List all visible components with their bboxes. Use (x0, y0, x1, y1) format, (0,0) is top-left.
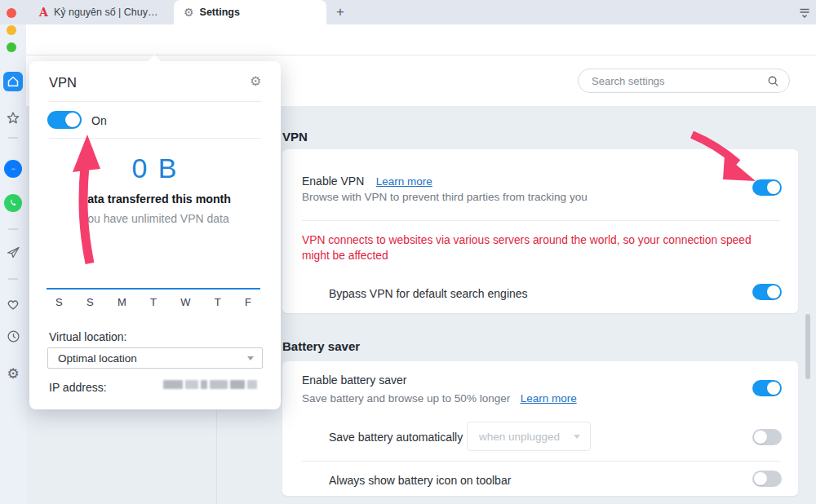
news-site-favicon: A (39, 7, 48, 18)
battery-auto-value: when unplugged (479, 431, 560, 443)
sidebar-item-personal-news[interactable] (0, 111, 26, 126)
ip-address-redacted (163, 380, 257, 389)
vpn-section-heading: VPN (282, 130, 308, 144)
data-transferred-amount: 0 B (29, 153, 281, 184)
settings-favicon-gear-icon: ⚙ (184, 7, 194, 18)
gear-icon: ⚙ (7, 365, 19, 382)
popup-vpn-toggle[interactable] (47, 111, 82, 129)
address-toolbar (26, 24, 816, 55)
sidebar-item-messenger[interactable] (4, 160, 22, 178)
battery-icon-toggle[interactable] (752, 471, 782, 487)
popup-toggle-label: On (91, 114, 107, 127)
annotation-arrow-down-right (685, 130, 767, 188)
enable-vpn-description: Browse with VPN to prevent third parties… (302, 191, 588, 203)
battery-auto-dropdown: when unplugged (467, 422, 591, 451)
messenger-icon (8, 164, 19, 175)
card-divider (302, 220, 780, 221)
sidebar-divider (8, 228, 18, 230)
tab-title: Settings (200, 7, 240, 18)
star-icon (6, 111, 20, 126)
new-tab-button[interactable]: + (331, 3, 349, 21)
sidebar-divider (8, 278, 18, 280)
vpn-warning-text: VPN connects to websites via various ser… (302, 232, 780, 263)
battery-auto-label: Save battery automatically (329, 431, 463, 444)
battery-description-row: Save battery and browse up to 50% longer… (302, 391, 577, 405)
sidebar-item-history[interactable] (0, 329, 26, 343)
sidebar-item-my-flow[interactable] (0, 245, 26, 259)
tab-title: Kỷ nguyên số | Chuyên mục C (54, 7, 163, 18)
battery-description: Save battery and browse up to 50% longer (302, 392, 510, 405)
sidebar-item-bookmarks[interactable] (0, 297, 26, 311)
battery-icon-label: Always show battery icon on toolbar (329, 474, 511, 487)
paper-plane-icon (6, 245, 20, 259)
battery-learn-more-link[interactable]: Learn more (521, 392, 577, 405)
sidebar-item-speed-dial[interactable] (3, 72, 23, 91)
clock-icon (7, 329, 20, 343)
annotation-arrow-up (70, 133, 108, 270)
popup-settings-gear-icon[interactable]: ⚙ (250, 73, 261, 89)
sidebar-item-settings[interactable]: ⚙ (0, 365, 26, 382)
virtual-location-select[interactable]: Optimal location (47, 347, 263, 369)
search-placeholder: Search settings (592, 75, 767, 87)
whatsapp-icon (8, 198, 18, 208)
popup-divider (49, 101, 261, 102)
popup-title: VPN (49, 75, 77, 91)
bypass-vpn-label: Bypass VPN for default search engines (329, 287, 528, 300)
enable-battery-toggle[interactable] (752, 380, 782, 396)
virtual-location-value: Optimal location (58, 352, 137, 365)
tab-settings[interactable]: ⚙ Settings (174, 0, 326, 24)
card-divider (302, 461, 780, 462)
sidebar-divider (8, 137, 18, 139)
enable-vpn-row: Enable VPN Learn more (302, 174, 432, 188)
usage-chart-day-labels: SS MT WT F (47, 296, 260, 308)
battery-section-heading: Battery saver (282, 339, 360, 353)
tab-menu-icon[interactable] (798, 7, 811, 20)
minimize-window-button[interactable] (7, 25, 16, 35)
chevron-down-icon (247, 356, 254, 360)
unlimited-data-note: You have unlimited VPN data (29, 212, 281, 225)
enable-vpn-label: Enable VPN (302, 175, 364, 188)
heart-icon (6, 297, 20, 311)
zoom-window-button[interactable] (7, 42, 16, 52)
data-transferred-caption: Data transferred this month (29, 192, 281, 206)
vpn-popup: VPN ⚙ On 0 B Data transferred this month… (29, 61, 281, 409)
tab-news-site[interactable]: A Kỷ nguyên số | Chuyên mục C (29, 0, 173, 24)
search-icon (767, 75, 779, 87)
popup-notch (147, 55, 162, 62)
usage-chart-line (47, 288, 260, 290)
sidebar-item-whatsapp[interactable] (4, 194, 22, 212)
battery-auto-toggle (752, 429, 782, 445)
home-icon (7, 75, 20, 88)
bypass-vpn-toggle[interactable] (752, 284, 782, 300)
ip-address-label: IP address: (49, 381, 107, 394)
chevron-down-icon (574, 435, 580, 439)
search-settings-input[interactable]: Search settings (578, 69, 790, 93)
vpn-learn-more-link[interactable]: Learn more (376, 175, 432, 188)
page-scrollbar[interactable] (805, 314, 810, 379)
enable-battery-label: Enable battery saver (302, 374, 406, 387)
virtual-location-label: Virtual location: (49, 330, 126, 343)
close-window-button[interactable] (7, 8, 16, 18)
